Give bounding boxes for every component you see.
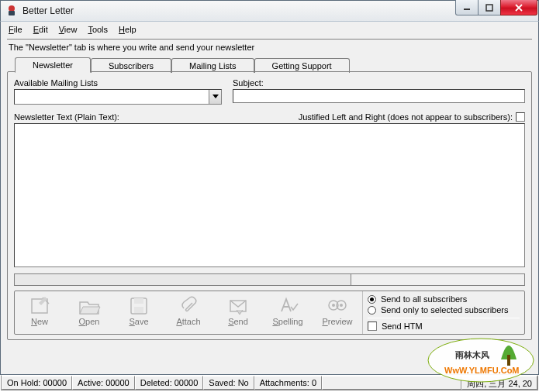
app-icon: [5, 5, 18, 17]
menu-view[interactable]: View: [54, 23, 82, 36]
svg-rect-7: [134, 307, 143, 313]
status-active: Active: 00000: [72, 376, 135, 390]
save-button[interactable]: Save: [114, 293, 164, 332]
svg-point-12: [340, 304, 343, 307]
menu-edit[interactable]: Edit: [29, 23, 53, 36]
horizontal-scrollbar[interactable]: [14, 273, 525, 286]
save-icon: [126, 296, 151, 316]
open-icon: [77, 296, 102, 316]
menu-tools[interactable]: Tools: [83, 23, 112, 36]
preview-button[interactable]: Preview: [313, 293, 362, 332]
hint-text: The "Newsletter" tab is where you write …: [7, 40, 532, 57]
available-mailing-lists-select[interactable]: [14, 89, 222, 105]
new-icon: [27, 296, 52, 316]
justified-label: Justified Left and Right (does not appea…: [299, 112, 513, 122]
open-button[interactable]: Open: [64, 293, 114, 332]
new-button[interactable]: New: [15, 293, 64, 332]
tab-newsletter[interactable]: Newsletter: [15, 57, 91, 73]
status-on-hold: On Hold: 00000: [2, 376, 72, 390]
minimize-button[interactable]: [455, 0, 479, 15]
send-button[interactable]: Send: [213, 293, 263, 332]
close-button[interactable]: [500, 0, 537, 15]
svg-rect-2: [464, 9, 470, 10]
window-title: Better Letter: [22, 5, 456, 16]
justified-checkbox[interactable]: [516, 112, 525, 122]
status-deleted: Deleted: 00000: [135, 376, 204, 390]
svg-point-11: [332, 304, 335, 307]
svg-point-0: [9, 5, 15, 12]
send-all-radio[interactable]: Send to all subscribers: [368, 294, 520, 304]
status-saved: Saved: No: [203, 376, 254, 390]
spelling-button[interactable]: Spelling: [263, 293, 313, 332]
send-icon: [226, 296, 250, 316]
status-attachments: Attachments: 0: [254, 376, 322, 390]
attach-button[interactable]: Attach: [164, 293, 213, 332]
subject-label: Subject:: [233, 78, 525, 88]
status-date: 周四, 三月 24, 20: [461, 376, 537, 390]
spelling-icon: [275, 296, 300, 316]
available-mailing-lists-label: Available Mailing Lists: [14, 78, 222, 88]
attach-icon: [176, 296, 201, 316]
send-selected-radio[interactable]: Send only to selected subscribers: [368, 305, 520, 315]
preview-icon: [325, 296, 350, 316]
menu-help[interactable]: Help: [114, 23, 141, 36]
newsletter-text-editor[interactable]: [14, 123, 525, 267]
maximize-button[interactable]: [478, 0, 501, 15]
svg-rect-3: [486, 5, 492, 11]
send-html-checkbox[interactable]: Send HTM: [368, 322, 520, 331]
menu-file[interactable]: File: [4, 23, 27, 36]
svg-rect-1: [9, 11, 15, 15]
subject-input[interactable]: [233, 89, 525, 103]
status-bar: On Hold: 00000 Active: 00000 Deleted: 00…: [1, 375, 538, 390]
svg-rect-6: [134, 298, 143, 304]
newsletter-text-label: Newsletter Text (Plain Text):: [14, 112, 119, 122]
